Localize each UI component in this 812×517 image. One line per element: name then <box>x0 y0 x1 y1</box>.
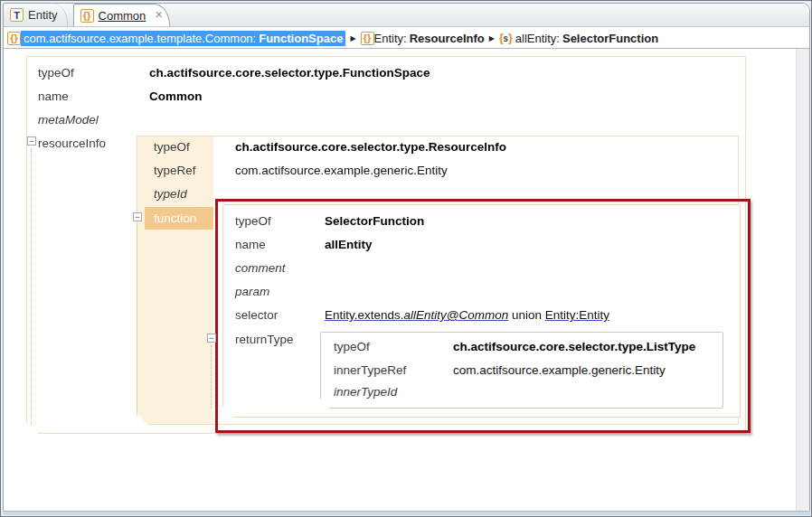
tab-common[interactable]: {} Common ✕ <box>73 4 171 26</box>
property-value[interactable]: ch.actifsource.core.selector.type.Functi… <box>149 64 430 82</box>
close-icon[interactable]: ✕ <box>155 9 163 21</box>
breadcrumb-item-selectorfunction[interactable]: allEntity:SelectorFunction <box>515 32 658 45</box>
property-row: typeOf ch.actifsource.core.selector.type… <box>27 64 745 82</box>
breadcrumb: {} com.actifsource.example.template.Comm… <box>4 28 809 49</box>
collapse-toggle-resourceinfo[interactable]: − <box>27 136 36 146</box>
selector-link[interactable]: Entity.extends. <box>325 308 404 322</box>
breadcrumb-arrow-icon: ▶ <box>489 34 495 42</box>
vertical-scrollbar[interactable] <box>796 49 809 511</box>
property-label: typeOf <box>154 138 190 156</box>
property-value[interactable]: allEntity <box>325 236 373 254</box>
braces-icon: {} <box>7 32 21 45</box>
tab-common-label: Common <box>99 9 146 23</box>
editor-stack: T Entity {} Common ✕ {} com.actifsource.… <box>3 3 810 512</box>
property-label: selector <box>235 306 278 324</box>
property-row: typeOf ch.actifsource.core.selector.type… <box>321 338 722 356</box>
property-label: comment <box>235 259 286 277</box>
property-label: resourceInfo <box>38 135 106 153</box>
breadcrumb-item-functionspace[interactable]: com.actifsource.example.template.Common:… <box>21 31 345 46</box>
property-label: returnType <box>235 331 294 349</box>
editor-canvas: typeOf ch.actifsource.core.selector.type… <box>4 49 809 511</box>
property-row: typeOf SelectorFunction <box>223 212 740 230</box>
breadcrumb-item-resourceinfo[interactable]: Entity:ResourceInfo <box>374 32 485 45</box>
selector-function-icon: {s} <box>499 32 513 44</box>
selector-expression: Entity.extends.allEntity@Common union En… <box>325 306 609 324</box>
eclipse-editor-window: T Entity {} Common ✕ {} com.actifsource.… <box>0 0 812 517</box>
property-label: typeOf <box>38 64 74 82</box>
selector-link[interactable]: Entity:Entity <box>545 308 609 322</box>
tree-guide-line <box>137 224 137 416</box>
property-row: selector Entity.extends.allEntity@Common… <box>223 306 740 324</box>
tab-entity-label: Entity <box>28 8 58 22</box>
property-row: typeRef com.actifsource.example.generic.… <box>137 162 738 180</box>
property-row: comment <box>223 259 740 277</box>
property-label: typeOf <box>235 212 271 230</box>
property-row: typeOf ch.actifsource.core.selector.type… <box>137 138 738 156</box>
property-label: innerTypeId <box>334 383 397 401</box>
tree-guide-line <box>211 345 212 409</box>
property-value[interactable]: com.actifsource.example.generic.Entity <box>453 362 666 380</box>
property-row: name allEntity <box>223 236 740 254</box>
property-row: metaModel <box>27 111 745 129</box>
property-row: name Common <box>27 88 745 106</box>
editor-tab-bar: T Entity {} Common ✕ <box>4 4 809 27</box>
property-label: param <box>235 283 269 301</box>
entity-type-icon: T <box>10 8 24 22</box>
property-row: param <box>223 283 740 301</box>
braces-icon: {} <box>80 9 94 23</box>
property-value[interactable]: SelectorFunction <box>325 212 424 230</box>
tree-guide-line <box>31 148 32 425</box>
property-label: metaModel <box>38 111 99 129</box>
collapse-toggle-function[interactable]: − <box>133 212 142 221</box>
property-label: name <box>38 88 69 106</box>
braces-icon: {} <box>361 32 374 45</box>
breadcrumb-arrow-icon: ▶ <box>350 34 355 42</box>
property-row: innerTypeRef com.actifsource.example.gen… <box>321 362 722 380</box>
property-row: innerTypeId <box>321 383 722 401</box>
property-label: innerTypeRef <box>334 362 406 380</box>
property-label: name <box>235 236 266 254</box>
tab-entity[interactable]: T Entity <box>4 4 68 26</box>
selector-link[interactable]: allEntity@Common <box>404 308 509 322</box>
property-value[interactable]: Common <box>149 88 203 106</box>
property-value[interactable]: ch.actifsource.core.selector.type.Resour… <box>235 138 506 156</box>
returntype-panel: typeOf ch.actifsource.core.selector.type… <box>320 332 723 409</box>
window-bottom-frame <box>3 511 810 515</box>
property-value[interactable]: com.actifsource.example.generic.Entity <box>235 162 448 180</box>
property-label: typeRef <box>154 162 196 180</box>
property-label: typeOf <box>334 338 370 356</box>
collapse-toggle-returntype[interactable]: − <box>207 334 216 343</box>
function-label-selected[interactable]: function <box>145 207 213 230</box>
property-value[interactable]: ch.actifsource.core.selector.type.ListTy… <box>453 338 695 356</box>
property-label: typeId <box>154 185 187 203</box>
